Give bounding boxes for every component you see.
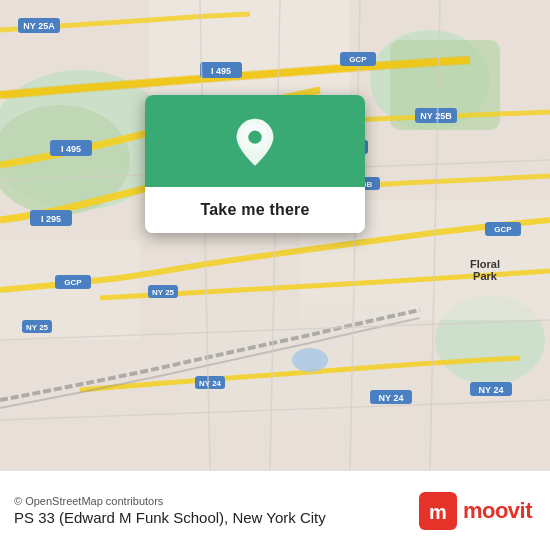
svg-text:I 295: I 295 xyxy=(41,214,61,224)
svg-text:m: m xyxy=(429,501,447,523)
place-name: PS 33 (Edward M Funk School), New York C… xyxy=(14,509,326,526)
bottom-left: © OpenStreetMap contributors PS 33 (Edwa… xyxy=(14,495,326,526)
svg-point-47 xyxy=(248,130,261,143)
svg-text:I 495: I 495 xyxy=(61,144,81,154)
moovit-icon: m xyxy=(419,492,457,530)
svg-text:NY 24: NY 24 xyxy=(199,379,222,388)
svg-text:NY 25: NY 25 xyxy=(152,288,175,297)
svg-text:I 495: I 495 xyxy=(211,66,231,76)
map-container: I 495 I 495 I 295 GCP NY 25A NY 25B 25B … xyxy=(0,0,550,470)
svg-text:NY 25A: NY 25A xyxy=(23,21,55,31)
popup-card: Take me there xyxy=(145,95,365,233)
svg-text:GCP: GCP xyxy=(494,225,512,234)
svg-text:Floral: Floral xyxy=(470,258,500,270)
svg-text:NY 24: NY 24 xyxy=(479,385,504,395)
svg-text:GCP: GCP xyxy=(349,55,367,64)
moovit-text: moovit xyxy=(463,498,532,524)
popup-green-area xyxy=(145,95,365,187)
svg-text:Park: Park xyxy=(473,270,498,282)
svg-text:NY 24: NY 24 xyxy=(379,393,404,403)
bottom-bar: © OpenStreetMap contributors PS 33 (Edwa… xyxy=(0,470,550,550)
svg-rect-10 xyxy=(180,300,400,420)
location-pin-icon xyxy=(229,117,281,169)
take-me-there-button[interactable]: Take me there xyxy=(145,187,365,233)
svg-text:NY 25: NY 25 xyxy=(26,323,49,332)
osm-attribution: © OpenStreetMap contributors xyxy=(14,495,326,507)
svg-text:GCP: GCP xyxy=(64,278,82,287)
svg-point-35 xyxy=(292,348,328,372)
moovit-logo: m moovit xyxy=(419,492,532,530)
map-svg: I 495 I 495 I 295 GCP NY 25A NY 25B 25B … xyxy=(0,0,550,470)
svg-text:NY 25B: NY 25B xyxy=(420,111,452,121)
